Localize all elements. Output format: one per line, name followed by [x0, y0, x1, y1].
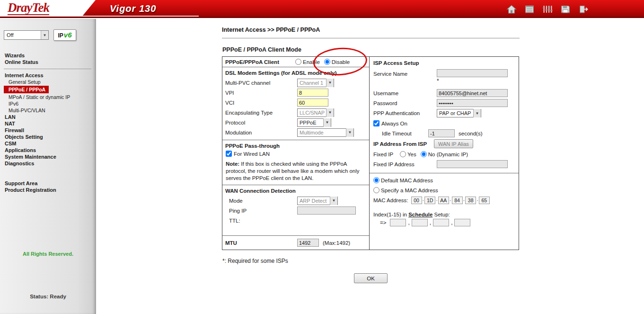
sidebar-item-pppoe-pppoa[interactable]: PPPoE / PPPoA — [4, 86, 49, 93]
fixed-ip-yes-radio[interactable] — [400, 151, 406, 157]
top-header: Vigor 130 DrayTek — [0, 0, 644, 18]
service-name-row: Service Name * — [370, 68, 519, 88]
enable-radio[interactable] — [295, 59, 301, 65]
sidebar-item-ipv6[interactable]: IPv6 — [4, 100, 96, 107]
vci-row: VCI — [222, 98, 369, 108]
mac-octet-3[interactable] — [438, 197, 449, 204]
idle-timeout-row: Idle Timeout second(s) — [370, 128, 519, 138]
status-panel-icon[interactable] — [523, 4, 536, 14]
sidebar-item-general-setup[interactable]: General Setup — [4, 79, 96, 85]
ip-from-isp-row: IP Address From ISP WAN IP Alias — [370, 138, 519, 149]
dropdown-arrow-icon: ▼ — [323, 118, 331, 127]
encapsulating-select[interactable]: LLC/SNAP ▼ — [297, 108, 334, 117]
sidebar-item-online-status[interactable]: Online Status — [4, 59, 96, 65]
sidebar-item-wizards[interactable]: Wizards — [4, 52, 96, 59]
settings-panels: PPPoE/PPPoA Client Enable Disable DSL Mo… — [222, 56, 520, 250]
password-input[interactable] — [437, 99, 508, 107]
sidebar-item-multi-pvc-vlan[interactable]: Multi-PVC/VLAN — [4, 107, 96, 114]
sidebar-nav: Wizards Online Status Internet Access Ge… — [0, 41, 96, 193]
fixed-ip-address-label: Fixed IP Address — [373, 161, 437, 167]
passthrough-note: Note: If this box is checked while using… — [222, 159, 369, 185]
fixed-ip-yes-label: Yes — [407, 152, 416, 157]
schedule-index-suffix: Setup: — [432, 212, 450, 217]
settings-sliders-icon[interactable] — [541, 4, 554, 14]
sidebar-item-system-maintenance[interactable]: System Maintenance — [4, 153, 96, 160]
sidebar-item-product-registration[interactable]: Product Registration — [4, 187, 96, 193]
ok-button[interactable]: OK — [354, 273, 388, 283]
service-name-input[interactable] — [437, 69, 508, 77]
specify-mac-option[interactable]: Specify a MAC Address — [373, 187, 438, 193]
home-icon[interactable] — [505, 4, 518, 14]
rights-reserved-text: All Rights Reserved. — [0, 251, 96, 257]
fixed-ip-no-option[interactable]: No (Dynamic IP) — [421, 151, 468, 157]
mac-octet-4[interactable] — [452, 197, 463, 204]
default-mac-row: Default MAC Address — [370, 175, 519, 185]
ping-ip-input[interactable] — [297, 206, 356, 215]
default-mac-radio[interactable] — [373, 177, 379, 183]
fixed-ip-row: Fixed IP Yes No (Dynamic IP) — [370, 149, 519, 159]
mtu-input[interactable] — [297, 239, 319, 247]
default-mac-option[interactable]: Default MAC Address — [373, 177, 433, 183]
mac-separator: · — [423, 197, 424, 203]
ipv6-button-label-6: v6 — [64, 31, 72, 39]
multi-pvc-row: Multi-PVC channel Channel 1 ▼ — [222, 78, 369, 88]
sidebar: Off ▼ IP v6 Wizards Online Status Intern… — [0, 19, 96, 314]
dropdown-arrow-icon: ▼ — [326, 79, 334, 87]
sidebar-item-nat[interactable]: NAT — [4, 120, 96, 127]
logout-icon[interactable] — [577, 4, 590, 14]
vpi-input[interactable] — [297, 89, 328, 97]
wired-lan-checkbox-option[interactable]: For Wired LAN — [226, 151, 270, 157]
fixed-ip-address-input[interactable] — [437, 160, 508, 168]
schedule-index-prefix: Index(1-15) in — [373, 212, 408, 217]
sidebar-item-lan[interactable]: LAN — [4, 114, 96, 120]
protocol-select[interactable]: PPPoE ▼ — [297, 118, 331, 127]
ipv6-button[interactable]: IP v6 — [53, 29, 76, 41]
specify-mac-label: Specify a MAC Address — [381, 188, 438, 193]
idle-timeout-input[interactable] — [428, 129, 455, 137]
wired-lan-checkbox[interactable] — [226, 151, 232, 157]
modulation-value: Multimode — [300, 130, 324, 135]
always-on-checkbox-option[interactable]: Always On — [373, 120, 407, 126]
sidebar-item-mpoa[interactable]: MPoA / Static or dynamic IP — [4, 94, 96, 100]
fixed-ip-yes-option[interactable]: Yes — [400, 151, 416, 157]
vci-input[interactable] — [297, 99, 328, 107]
mode-select[interactable]: ARP Detect ▼ — [297, 197, 338, 205]
enable-radio-option[interactable]: Enable — [295, 59, 320, 65]
mac-octet-5[interactable] — [465, 197, 476, 204]
status-refresh-select[interactable]: Off ▼ — [4, 30, 49, 40]
username-input[interactable] — [437, 89, 508, 97]
ping-ip-row: Ping IP — [222, 206, 369, 215]
schedule-index-label: Index(1-15) in Schedule Setup: — [370, 205, 519, 217]
schedule-index-input-4[interactable] — [454, 219, 470, 226]
modulation-select[interactable]: Multimode ▼ — [297, 128, 354, 137]
wan-ip-alias-button[interactable]: WAN IP Alias — [434, 139, 473, 148]
disable-radio[interactable] — [324, 59, 330, 65]
always-on-checkbox[interactable] — [373, 120, 379, 126]
specify-mac-radio[interactable] — [373, 187, 379, 193]
mac-octet-1[interactable] — [411, 197, 422, 204]
mac-address-label: MAC Address: — [373, 197, 408, 203]
mac-octet-2[interactable] — [424, 197, 435, 204]
sidebar-gap — [4, 167, 96, 180]
sidebar-item-csm[interactable]: CSM — [4, 140, 96, 147]
mac-octet-6[interactable] — [479, 197, 490, 204]
protocol-row: Protocol PPPoE ▼ — [222, 117, 369, 127]
schedule-link[interactable]: Schedule — [408, 212, 432, 217]
sidebar-item-internet-access[interactable]: Internet Access — [4, 72, 96, 79]
fixed-ip-no-radio[interactable] — [421, 151, 427, 157]
sidebar-item-applications[interactable]: Applications — [4, 147, 96, 153]
sidebar-item-diagnostics[interactable]: Diagnostics — [4, 160, 96, 167]
sidebar-item-firewall[interactable]: Firewall — [4, 127, 96, 134]
sidebar-item-support-area[interactable]: Support Area — [4, 180, 96, 187]
multi-pvc-select[interactable]: Channel 1 ▼ — [297, 79, 334, 87]
save-icon[interactable] — [559, 4, 572, 14]
schedule-index-input-2[interactable] — [412, 219, 428, 226]
sidebar-item-objects-setting[interactable]: Objects Setting — [4, 134, 96, 140]
schedule-index-input-3[interactable] — [433, 219, 449, 226]
password-row: Password — [370, 98, 519, 108]
disable-radio-option[interactable]: Disable — [324, 59, 350, 65]
always-on-row: Always On — [370, 118, 519, 128]
fixed-ip-no-label: No (Dynamic IP) — [428, 152, 468, 157]
ppp-auth-select[interactable]: PAP or CHAP ▼ — [437, 109, 481, 117]
schedule-index-input-1[interactable] — [390, 219, 406, 226]
